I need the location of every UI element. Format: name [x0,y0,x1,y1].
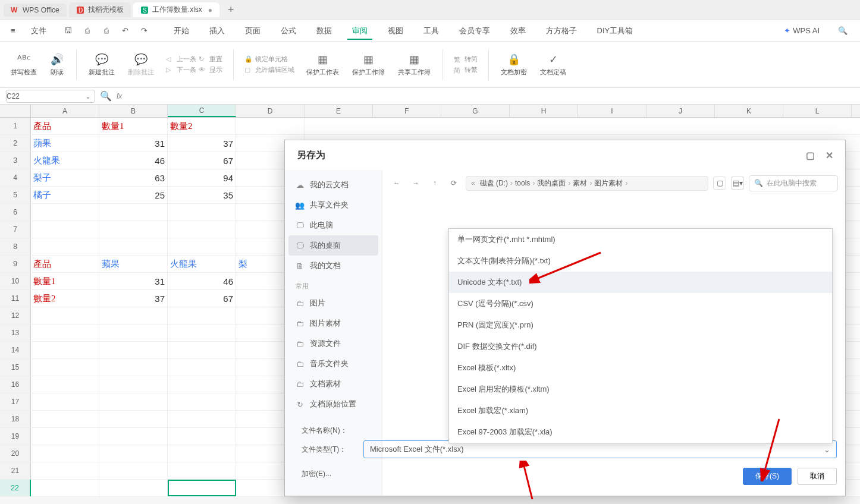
sidebar-pc[interactable]: 🖵此电脑 [285,215,382,235]
col-D[interactable]: D [236,105,305,117]
sidebar-pic[interactable]: 🗀图片 [285,293,382,313]
tab-wps-office[interactable]: W WPS Office [4,4,67,17]
ft-prn[interactable]: PRN (固定宽度)(*.prn) [449,314,832,336]
tab-template[interactable]: D 找稻壳模板 [69,2,131,17]
col-H[interactable]: H [510,105,578,117]
menu-efficiency[interactable]: 效率 [506,22,531,40]
sidebar-picmat[interactable]: 🗀图片素材 [285,313,382,333]
fx-icon[interactable]: fx [117,92,122,100]
menu-page[interactable]: 页面 [240,22,265,40]
save-icon[interactable]: 🖫 [62,24,75,37]
ft-xlam[interactable]: Excel 加载宏(*.xlam) [449,400,832,421]
col-A[interactable]: A [31,105,99,117]
tab-label: WPS Office [23,6,59,14]
rib-delcomment[interactable]: 💬删除批注 [123,50,159,79]
svg-text:S: S [143,7,147,14]
name-box[interactable]: C22 ⌄ [6,90,95,103]
menu-ffgz[interactable]: 方方格子 [541,22,582,40]
rib-allowedit[interactable]: ▢允许编辑区域 [244,65,294,74]
breadcrumb[interactable]: « 磁盘 (D:)› tools› 我的桌面› 素材› 图片素材› [466,176,708,191]
sidebar-docs[interactable]: 🗎我的文档 [285,256,382,276]
save-button[interactable]: 保存(S) [743,468,792,485]
ft-xltm[interactable]: Excel 启用宏的模板(*.xltm) [449,379,832,400]
menu-file[interactable]: 文件 [26,22,51,40]
rib-spellcheck[interactable]: ᴬᴮᶜ拼写检查 [6,50,42,79]
forward-icon[interactable]: → [409,176,423,190]
menu-view[interactable]: 视图 [383,22,408,40]
rib-lock[interactable]: 🔒锁定单元格 [244,55,294,64]
sidebar-share[interactable]: 👥共享文件夹 [285,195,382,215]
cancel-button[interactable]: 取消 [798,468,837,485]
selected-cell[interactable] [168,480,236,496]
search-icon[interactable]: 🔍 [836,24,849,37]
col-I[interactable]: I [578,105,646,117]
new-folder-icon[interactable]: ▢ [713,177,726,190]
refresh-icon[interactable]: ⟳ [447,176,461,190]
ft-unicode-txt[interactable]: Unicode 文本(*.txt) [449,272,832,293]
menu-start[interactable]: 开始 [169,22,194,40]
encrypt-link[interactable]: 加密(E)... [302,469,331,479]
maximize-icon[interactable]: ▢ [806,150,815,161]
rib-protectsheet[interactable]: ▦保护工作表 [302,50,344,79]
hamburger-icon[interactable]: ≡ [11,26,15,35]
zoom-icon[interactable]: 🔍 [100,90,112,102]
col-E[interactable]: E [305,105,373,117]
col-G[interactable]: G [441,105,510,117]
print-preview-icon[interactable]: ⎙ [100,24,113,37]
sidebar-origin[interactable]: ↻文档原始位置 [285,394,382,414]
col-C[interactable]: C [168,105,236,117]
view-icon[interactable]: ▤▾ [731,177,744,190]
rib-read[interactable]: 🔊朗读 [45,50,69,79]
redo-icon[interactable]: ↷ [138,24,151,37]
ft-txt-tab[interactable]: 文本文件(制表符分隔)(*.txt) [449,250,832,272]
rib-sharebook[interactable]: ▦共享工作簿 [393,50,435,79]
sidebar-cloud[interactable]: ☁我的云文档 [285,175,382,195]
menu-tools[interactable]: 工具 [419,22,444,40]
next-icon: ▷ [166,66,174,74]
select-all-corner[interactable] [0,105,31,117]
rib-encrypt[interactable]: 🔒文档加密 [496,50,532,79]
folder-icon: 🗀 [296,360,304,368]
simplified-icon: 繁 [454,55,462,64]
close-icon[interactable]: ✕ [826,150,833,161]
template-icon: D [76,6,84,14]
menu-formula[interactable]: 公式 [276,22,301,40]
col-B[interactable]: B [99,105,168,117]
tab-workbook[interactable]: S 工作簿数量.xlsx ● [133,2,219,17]
rib-next[interactable]: ▷下一条 👁显示 [166,65,222,74]
col-K[interactable]: K [715,105,783,117]
sidebar-music[interactable]: 🗀音乐文件夹 [285,354,382,374]
sidebar-res[interactable]: 🗀资源文件 [285,333,382,354]
sidebar-desktop[interactable]: 🖵我的桌面 [288,235,378,256]
print-icon[interactable]: ⎙ [81,24,94,37]
undo-icon[interactable]: ↶ [119,24,132,37]
rib-newcomment[interactable]: 💬新建批注 [84,50,120,79]
shield-book-icon: ▦ [362,52,376,67]
svg-text:W: W [11,6,18,14]
menu-data[interactable]: 数据 [312,22,337,40]
rib-protectbook[interactable]: ▦保护工作簿 [347,50,390,79]
back-icon[interactable]: ← [390,176,404,190]
menu-review[interactable]: 审阅 [347,22,372,40]
menu-insert[interactable]: 插入 [205,22,230,40]
folder-icon: 🗀 [296,339,304,348]
ft-mht[interactable]: 单一网页文件(*.mht *.mhtml) [449,229,832,250]
sidebar-textmat[interactable]: 🗀文档素材 [285,374,382,394]
ft-dif[interactable]: DIF 数据交换文件(*.dif) [449,336,832,357]
search-input[interactable]: 🔍 在此电脑中搜索 [749,175,838,191]
rib-simp[interactable]: 繁转简 [454,55,478,64]
new-tab-button[interactable]: + [222,1,240,18]
wps-ai[interactable]: ✦ WPS AI [784,26,820,35]
ft-xltx[interactable]: Excel 模板(*.xltx) [449,357,832,379]
rib-prev[interactable]: ◁上一条 ↻重置 [166,55,222,64]
ft-csv[interactable]: CSV (逗号分隔)(*.csv) [449,293,832,314]
rib-final[interactable]: ✓文档定稿 [535,50,571,79]
up-icon[interactable]: ↑ [428,176,442,190]
col-L[interactable]: L [783,105,852,117]
rib-trad[interactable]: 简转繁 [454,65,478,74]
col-F[interactable]: F [373,105,441,117]
menu-member[interactable]: 会员专享 [454,22,495,40]
ft-xla[interactable]: Excel 97-2003 加载宏(*.xla) [449,421,832,443]
col-J[interactable]: J [646,105,715,117]
menu-diy[interactable]: DIY工具箱 [592,22,638,40]
